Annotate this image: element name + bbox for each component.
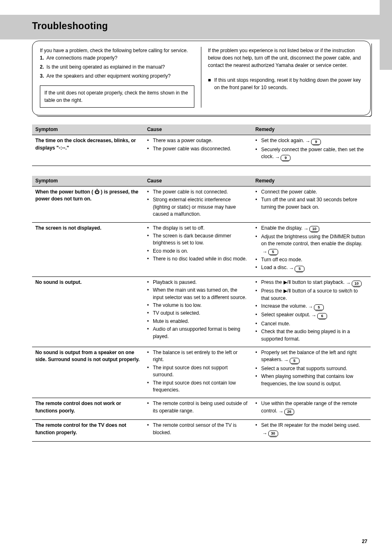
remedy-cell: Properly set the balance of the left and…	[252, 347, 371, 398]
symptom-cell: No sound is output.	[32, 276, 144, 347]
col-symptom: Symptom	[32, 124, 144, 135]
note-bullet-icon: ■	[208, 76, 211, 84]
troubleshooting-table-2: Symptom Cause Remedy When the power butt…	[32, 176, 371, 442]
intro-box: If you have a problem, check the followi…	[32, 41, 371, 115]
remedy-cell: Press the ▶/Ⅱ button to start playback.→…	[252, 276, 371, 347]
page-number: 27	[362, 539, 367, 544]
cause-cell: There was a power outage. The power cabl…	[144, 135, 252, 166]
page-ref-icon: →5	[263, 249, 278, 256]
intro-step: 1.Are connections made properly?	[40, 54, 194, 62]
symptom-cell: When the power button ( ⏻ ) is pressed, …	[32, 186, 144, 222]
page-title: Troubleshooting	[32, 0, 371, 32]
page-ref-icon: →9	[275, 154, 291, 161]
intro-inner-box: If the unit does not operate properly, c…	[40, 85, 194, 108]
remedy-cell: Use within the operable range of the rem…	[252, 398, 371, 420]
page-ref-icon: →9	[305, 138, 321, 145]
table-row: The remote control for the TV does not f…	[32, 420, 371, 442]
col-remedy: Remedy	[252, 176, 371, 187]
symptom-cell: No sound is output from a speaker on one…	[32, 347, 144, 398]
page-ref-icon: →30	[263, 430, 278, 437]
intro-left: If you have a problem, check the followi…	[40, 47, 201, 108]
table-row: No sound is output. Playback is paused. …	[32, 276, 371, 347]
table-row: The time on the clock decreases, blinks,…	[32, 135, 371, 166]
remedy-cell: Connect the power cable. Turn off the un…	[252, 186, 371, 222]
table-row: When the power button ( ⏻ ) is pressed, …	[32, 186, 371, 222]
table-row: No sound is output from a speaker on one…	[32, 347, 371, 398]
intro-note: If this unit stops responding, reset it …	[214, 76, 363, 91]
page-ref-icon: →26	[279, 408, 294, 415]
table-row: The remote control does not work or func…	[32, 398, 371, 420]
troubleshooting-table-1: Symptom Cause Remedy The time on the clo…	[32, 124, 371, 166]
remedy-cell: Set the clock again.→9 Securely connect …	[252, 135, 371, 166]
symptom-cell: The screen is not displayed.	[32, 222, 144, 276]
page-ref-icon: →10	[346, 280, 362, 287]
language-tab: En	[380, 0, 392, 70]
remedy-cell: Enable the display.→10 Adjust the bright…	[252, 222, 371, 276]
col-symptom: Symptom	[32, 176, 144, 187]
page-ref-icon: →6	[311, 312, 327, 319]
cause-cell: The balance is set entirely to the left …	[144, 347, 252, 398]
symptom-cell: The remote control does not work or func…	[32, 398, 144, 420]
cause-cell: The remote control sensor of the TV is b…	[144, 420, 252, 442]
col-cause: Cause	[144, 124, 252, 135]
cause-cell: Playback is paused. When the main unit w…	[144, 276, 252, 347]
cause-cell: The display is set to off. The screen is…	[144, 222, 252, 276]
intro-lead: If you have a problem, check the followi…	[40, 47, 194, 54]
cause-cell: The power cable is not connected. Strong…	[144, 186, 252, 222]
table-row: The screen is not displayed. The display…	[32, 222, 371, 276]
page-ref-icon: →5	[284, 357, 300, 364]
page-ref-icon: →5	[308, 304, 324, 311]
page-ref-icon: →10	[304, 226, 319, 233]
page: En Troubleshooting If you have a problem…	[0, 0, 392, 555]
col-remedy: Remedy	[252, 124, 371, 135]
symptom-cell: The time on the clock decreases, blinks,…	[32, 135, 144, 166]
intro-right: If the problem you experience is not lis…	[201, 47, 363, 108]
symptom-cell: The remote control for the TV does not f…	[32, 420, 144, 442]
remedy-cell: Set the IR repeater for the model being …	[252, 420, 371, 442]
cause-cell: The remote control is being used outside…	[144, 398, 252, 420]
intro-step: 3.Are the speakers and other equipment w…	[40, 72, 194, 80]
col-cause: Cause	[144, 176, 252, 187]
page-ref-icon: →5	[289, 265, 304, 272]
intro-step: 2.Is the unit being operated as explaine…	[40, 63, 194, 71]
intro-right-para: If the problem you experience is not lis…	[208, 47, 363, 69]
